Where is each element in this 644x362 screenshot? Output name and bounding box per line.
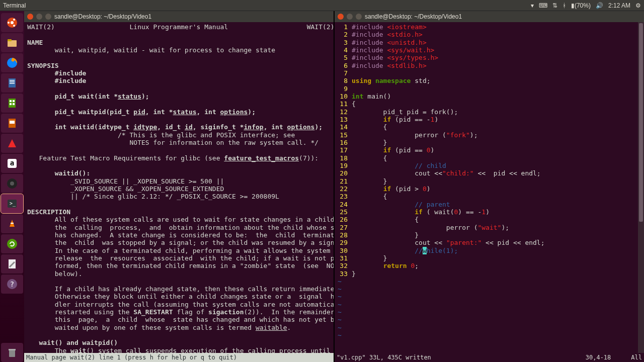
keyboard-icon[interactable]: ⌨ (539, 2, 547, 9)
svg-point-3 (13, 19, 15, 21)
svg-rect-31 (9, 349, 16, 350)
vim-scroll-pct: All (631, 354, 642, 361)
svg-point-2 (8, 22, 10, 24)
close-icon[interactable] (27, 14, 33, 20)
svg-point-22 (10, 182, 14, 186)
anydesk-icon[interactable] (1, 134, 23, 153)
left-terminal-pane[interactable]: sandle@Desktop: ~/Desktop/Video1 WAIT(2)… (24, 11, 334, 362)
battery-indicator[interactable]: ▮(70%) (571, 2, 591, 9)
dash-icon[interactable] (1, 13, 23, 32)
svg-rect-16 (13, 103, 15, 105)
vim-file-info: "v1.cpp" 33L, 435C written (337, 354, 431, 361)
maximize-icon[interactable] (356, 14, 362, 20)
right-titlebar[interactable]: sandle@Desktop: ~/Desktop/Video1 (335, 11, 644, 22)
svg-text:?: ? (10, 280, 14, 288)
amazon-icon[interactable]: a (1, 154, 23, 173)
terminal-icon[interactable]: >_ (1, 194, 23, 213)
vim-editor-content[interactable]: 1#include <iostream> 2#include <stdio.h>… (335, 22, 638, 353)
svg-rect-15 (10, 103, 12, 105)
svg-rect-13 (10, 100, 12, 102)
right-terminal-pane[interactable]: sandle@Desktop: ~/Desktop/Video1 1#inclu… (334, 11, 644, 362)
scrollbar[interactable] (638, 22, 644, 353)
vlc-indicator-icon[interactable]: ▾ (531, 2, 534, 9)
right-window-title: sandle@Desktop: ~/Desktop/Video1 (365, 13, 462, 20)
svg-rect-6 (8, 39, 12, 41)
system-indicators[interactable]: ▾ ⌨ ⇅ ᚼ ▮(70%) 🔊 2:12 AM ⚙ (531, 2, 641, 9)
unity-launcher[interactable]: a>_? (0, 11, 24, 362)
left-window-title: sandle@Desktop: ~/Desktop/Video1 (54, 13, 151, 20)
calc-icon[interactable] (1, 94, 23, 113)
left-titlebar[interactable]: sandle@Desktop: ~/Desktop/Video1 (24, 11, 334, 22)
man-page-content[interactable]: WAIT(2) Linux Programmer's Manual WAIT(2… (24, 22, 334, 353)
close-icon[interactable] (338, 14, 344, 20)
network-icon[interactable]: ⇅ (552, 2, 557, 9)
trash-icon[interactable] (1, 343, 23, 362)
app-title: Terminal (3, 2, 26, 9)
bluetooth-icon[interactable]: ᚼ (562, 2, 566, 9)
vim-status-bar: "v1.cpp" 33L, 435C written 30,4-18 All (335, 353, 644, 362)
svg-text:a: a (10, 159, 14, 167)
svg-rect-9 (10, 80, 15, 81)
man-status-bar: Manual page wait(2) line 1 (press h for … (24, 353, 334, 362)
svg-point-1 (11, 21, 14, 24)
maximize-icon[interactable] (45, 14, 51, 20)
svg-rect-18 (10, 121, 15, 124)
vlc-icon[interactable] (1, 214, 23, 233)
writer-icon[interactable] (1, 73, 23, 93)
vim-cursor-pos: 30,4-18 (586, 354, 611, 361)
obs-icon[interactable] (1, 174, 23, 193)
help-icon[interactable]: ? (1, 275, 23, 294)
minimize-icon[interactable] (347, 14, 353, 20)
svg-rect-30 (9, 350, 15, 357)
svg-rect-11 (10, 83, 15, 84)
files-icon[interactable] (1, 33, 23, 52)
gear-icon[interactable]: ⚙ (635, 2, 641, 9)
svg-point-4 (13, 25, 15, 27)
clock[interactable]: 2:12 AM (608, 2, 630, 9)
impress-icon[interactable] (1, 114, 23, 133)
top-menubar[interactable]: Terminal ▾ ⌨ ⇅ ᚼ ▮(70%) 🔊 2:12 AM ⚙ (0, 0, 644, 11)
svg-text:>_: >_ (10, 201, 16, 207)
volume-icon[interactable]: 🔊 (596, 2, 603, 9)
svg-rect-25 (11, 223, 14, 224)
svg-point-26 (7, 239, 17, 249)
gedit-icon[interactable] (1, 254, 23, 274)
updates-icon[interactable] (1, 234, 23, 253)
firefox-icon[interactable] (1, 53, 23, 72)
svg-rect-10 (10, 81, 15, 82)
svg-rect-14 (13, 100, 15, 102)
minimize-icon[interactable] (36, 14, 42, 20)
